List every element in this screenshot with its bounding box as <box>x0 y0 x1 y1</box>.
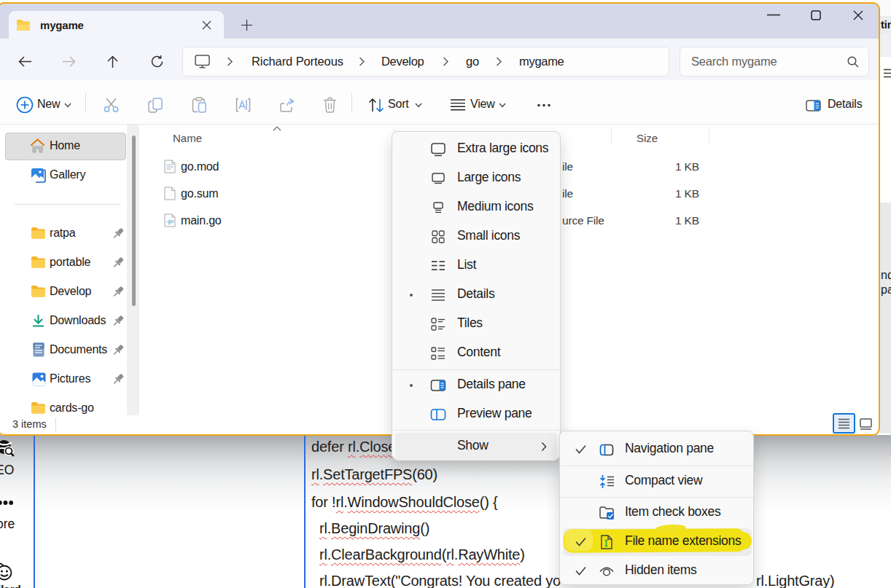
svg-text:-go: -go <box>166 219 174 224</box>
